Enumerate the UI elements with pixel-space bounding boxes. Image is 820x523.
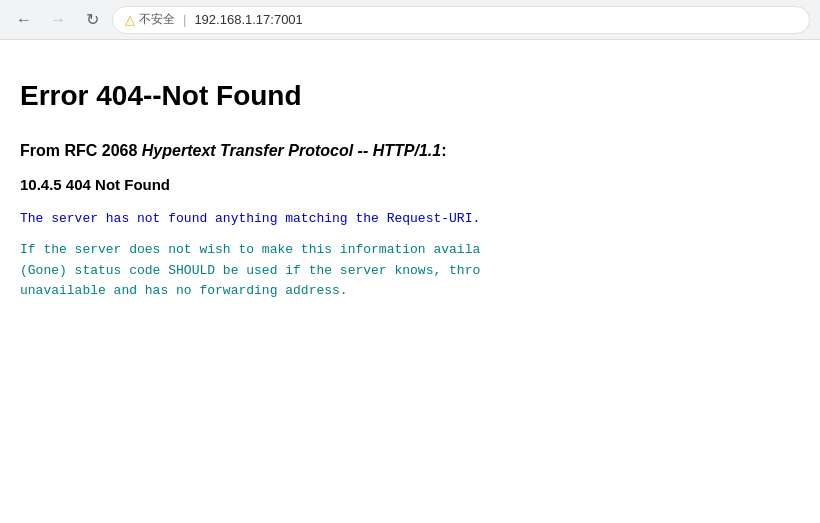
url-separator: |: [183, 12, 186, 27]
line2-text: If the server does not wish to make this…: [20, 242, 480, 257]
rfc-colon: :: [441, 142, 446, 159]
rfc-heading: From RFC 2068 Hypertext Transfer Protoco…: [20, 142, 800, 160]
url-display: 192.168.1.17:7001: [194, 12, 302, 27]
reload-icon: ↻: [86, 10, 99, 29]
address-bar[interactable]: △ 不安全 | 192.168.1.17:7001: [112, 6, 810, 34]
reload-button[interactable]: ↻: [78, 6, 106, 34]
forward-button[interactable]: →: [44, 6, 72, 34]
line4-text: unavailable and has no forwarding addres…: [20, 283, 348, 298]
forward-icon: →: [50, 11, 66, 29]
error-description-line2: If the server does not wish to make this…: [20, 240, 800, 302]
warning-triangle-icon: △: [125, 12, 135, 27]
rfc-label: From RFC 2068: [20, 142, 142, 159]
security-text: 不安全: [139, 11, 175, 28]
error-description-line1: The server has not found anything matchi…: [20, 209, 800, 230]
rfc-italic: Hypertext Transfer Protocol -- HTTP/1.1: [142, 142, 441, 159]
browser-chrome: ← → ↻ △ 不安全 | 192.168.1.17:7001: [0, 0, 820, 40]
page-content: Error 404--Not Found From RFC 2068 Hyper…: [0, 40, 820, 322]
security-warning: △ 不安全: [125, 11, 175, 28]
line3-text: (Gone) status code SHOULD be used if the…: [20, 263, 480, 278]
back-button[interactable]: ←: [10, 6, 38, 34]
section-heading: 10.4.5 404 Not Found: [20, 176, 800, 193]
error-title: Error 404--Not Found: [20, 80, 800, 112]
back-icon: ←: [16, 11, 32, 29]
